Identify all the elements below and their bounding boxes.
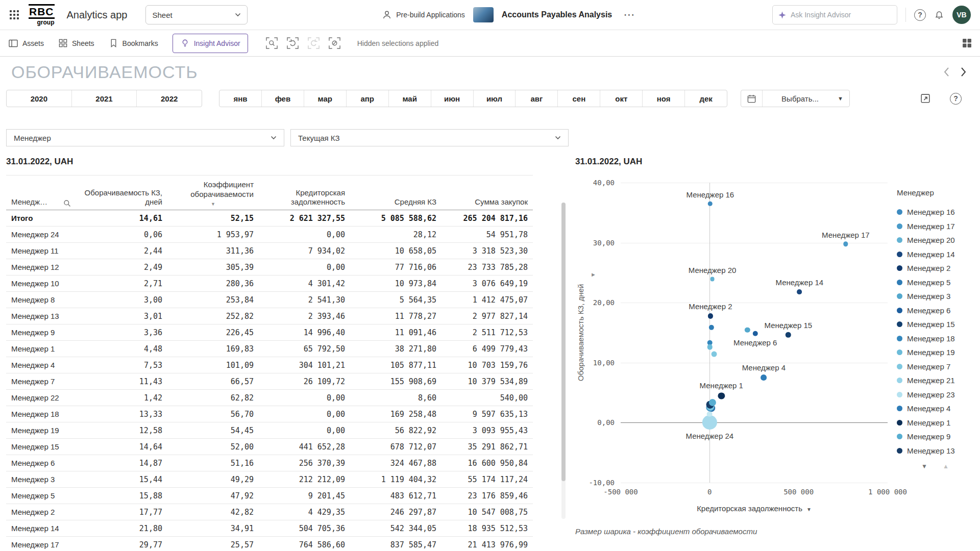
year-button[interactable]: 2020 <box>7 90 72 107</box>
table-row[interactable]: Менеджер 112,44311,367 934,0210 658,053 … <box>6 243 533 259</box>
month-button[interactable]: мар <box>304 90 347 107</box>
year-button[interactable]: 2022 <box>137 90 202 107</box>
manager-cell[interactable]: Менеджер 2 <box>6 504 76 520</box>
current-kz-filter-select[interactable]: Текущая КЗ <box>290 129 569 146</box>
manager-column-header[interactable]: Менедж… <box>6 176 76 210</box>
data-point[interactable] <box>708 202 713 206</box>
data-point[interactable] <box>708 399 716 406</box>
manager-cell[interactable]: Менеджер 13 <box>6 308 76 324</box>
table-row[interactable]: Менеджер 1421,8034,91504 705,36542 344,0… <box>6 520 533 537</box>
more-options-button[interactable]: ⋯ <box>620 8 638 21</box>
column-header[interactable]: Оборачиваемость КЗ, дней <box>76 176 167 210</box>
legend-scroll-down-icon[interactable]: ▼ <box>921 463 927 470</box>
prebuild-applications-link[interactable]: Pre-build Applications <box>382 10 465 20</box>
table-row[interactable]: Менеджер 1729,7725,57764 586,60837 585,4… <box>6 537 533 551</box>
manager-cell[interactable]: Менеджер 18 <box>6 406 76 422</box>
month-button[interactable]: май <box>389 90 431 107</box>
table-row[interactable]: Менеджер 221,4262,820,008,60540,00 <box>6 390 533 406</box>
table-row[interactable]: Менеджер 93,36226,4514 996,4011 091,462 … <box>6 324 533 341</box>
legend-item[interactable]: Менеджер 2 <box>897 261 975 276</box>
manager-cell[interactable]: Менеджер 5 <box>6 488 76 504</box>
legend-item[interactable]: Менеджер 23 <box>897 388 975 402</box>
manager-cell[interactable]: Менеджер 15 <box>6 439 76 455</box>
table-row[interactable]: Менеджер 1514,6452,00441 652,28678 712,0… <box>6 439 533 455</box>
scrollbar-thumb[interactable] <box>561 203 566 481</box>
y-axis-scroll-arrow[interactable]: ► <box>591 271 596 278</box>
data-point[interactable] <box>708 324 714 330</box>
table-scrollbar[interactable] <box>561 203 566 519</box>
data-point[interactable] <box>745 328 750 333</box>
manager-cell[interactable]: Менеджер 10 <box>6 276 76 292</box>
sort-desc-icon[interactable]: ▼ <box>173 202 254 207</box>
table-row[interactable]: Менеджер 711,4366,5726 109,72155 908,691… <box>6 373 533 390</box>
month-button[interactable]: дек <box>685 90 727 107</box>
month-button[interactable]: окт <box>600 90 643 107</box>
next-sheet-icon[interactable] <box>961 67 967 77</box>
legend-item[interactable]: Менеджер 4 <box>897 402 975 416</box>
month-button[interactable]: сен <box>558 90 600 107</box>
legend-scroll-up-icon[interactable]: ▲ <box>943 463 949 470</box>
data-point[interactable] <box>786 332 791 337</box>
search-selections-icon[interactable] <box>265 37 278 49</box>
data-point[interactable] <box>843 242 848 246</box>
manager-cell[interactable]: Менеджер 1 <box>6 341 76 357</box>
table-row[interactable]: Менеджер 14,48169,8365 792,5038 271,806 … <box>6 341 533 357</box>
insight-advisor-tab[interactable]: Insight Advisor <box>173 34 248 53</box>
x-axis-title[interactable]: Кредиторская задолженность▼ <box>621 504 888 513</box>
data-point[interactable] <box>753 331 758 336</box>
data-point[interactable] <box>707 411 713 417</box>
table-row[interactable]: Менеджер 122,49305,390,0077 716,0623 733… <box>6 259 533 276</box>
export-sheet-icon[interactable] <box>920 93 932 105</box>
table-row[interactable]: Менеджер 1912,5854,450,0056 822,923 093 … <box>6 422 533 439</box>
column-header[interactable]: Средняя КЗ <box>350 176 442 210</box>
table-row[interactable]: Менеджер 315,4449,29212 212,091 119 404,… <box>6 471 533 488</box>
hidden-selections-icon[interactable] <box>328 37 341 49</box>
help-icon[interactable]: ? <box>914 9 926 21</box>
manager-cell[interactable]: Менеджер 24 <box>6 227 76 243</box>
step-back-icon[interactable] <box>286 37 299 49</box>
table-row[interactable]: Менеджер 217,7742,824 429,35246 297,8710… <box>6 504 533 520</box>
insight-advisor-search[interactable] <box>772 5 897 24</box>
month-button[interactable]: апр <box>347 90 389 107</box>
legend-item[interactable]: Менеджер 5 <box>897 276 975 290</box>
table-row[interactable]: Менеджер 614,8751,16256 370,39324 467,88… <box>6 455 533 471</box>
manager-cell[interactable]: Менеджер 3 <box>6 471 76 488</box>
legend-item[interactable]: Менеджер 21 <box>897 373 975 388</box>
manager-cell[interactable]: Итого <box>6 210 76 227</box>
month-button[interactable]: июл <box>474 90 516 107</box>
legend-item[interactable]: Менеджер 9 <box>897 430 975 444</box>
legend-item[interactable]: Менеджер 17 <box>897 219 975 234</box>
assets-tab[interactable]: Assets <box>8 38 44 48</box>
bookmarks-tab[interactable]: Bookmarks <box>109 38 158 48</box>
month-button[interactable]: июн <box>431 90 474 107</box>
sheet-help-icon[interactable]: ? <box>950 93 962 105</box>
manager-cell[interactable]: Менеджер 9 <box>6 324 76 341</box>
manager-cell[interactable]: Менеджер 11 <box>6 243 76 259</box>
user-avatar[interactable]: VB <box>952 6 971 24</box>
year-button[interactable]: 2021 <box>72 90 137 107</box>
app-thumbnail[interactable] <box>473 7 494 22</box>
data-point[interactable] <box>710 277 715 282</box>
table-row[interactable]: Менеджер 515,8847,929 201,45483 612,7123… <box>6 488 533 504</box>
legend-item[interactable]: Менеджер 1 <box>897 416 975 430</box>
table-row[interactable]: Менеджер 240,061 953,970,0028,1254 951,7… <box>6 227 533 243</box>
notifications-bell-icon[interactable] <box>934 10 944 20</box>
manager-cell[interactable]: Менеджер 12 <box>6 259 76 276</box>
table-row[interactable]: Менеджер 102,71280,364 301,4210 973,843 … <box>6 276 533 292</box>
legend-item[interactable]: Менеджер 18 <box>897 332 975 346</box>
legend-item[interactable]: Менеджер 16 <box>897 205 975 219</box>
legend-item[interactable]: Менеджер 13 <box>897 444 975 458</box>
legend-item[interactable]: Менеджер 7 <box>897 360 975 374</box>
data-point[interactable] <box>761 374 767 381</box>
layout-grid-icon[interactable] <box>962 38 972 48</box>
column-header[interactable]: Сумма закупок <box>442 176 533 210</box>
data-point[interactable] <box>708 313 713 318</box>
data-point[interactable] <box>718 392 725 399</box>
legend-item[interactable]: Менеджер 3 <box>897 289 975 304</box>
legend-item[interactable]: Менеджер 20 <box>897 233 975 247</box>
date-picker-select[interactable]: Выбрать... ▼ <box>741 90 850 107</box>
search-input[interactable] <box>791 11 892 19</box>
data-point[interactable] <box>707 344 713 350</box>
manager-cell[interactable]: Менеджер 19 <box>6 422 76 439</box>
legend-item[interactable]: Менеджер 6 <box>897 304 975 318</box>
